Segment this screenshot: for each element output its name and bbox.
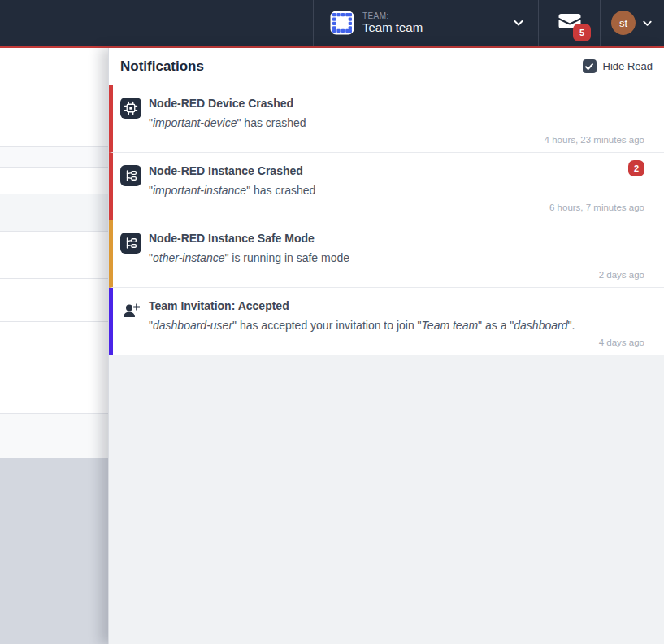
page-row-divider <box>0 167 108 168</box>
navbar-spacer <box>0 0 314 46</box>
notifications-panel-header: Notifications Hide Read <box>109 48 664 85</box>
node-red-icon <box>120 165 141 186</box>
top-navbar: TEAM: Team team 5 st <box>0 0 664 46</box>
notification-body-text: " as a " <box>478 319 514 332</box>
notification-body-emphasis: other-instance <box>153 251 224 264</box>
notification-body: "dashboard-user" has accepted your invit… <box>149 319 644 332</box>
notification-body-text: " has crashed <box>237 116 306 129</box>
notification-body-emphasis: Team team <box>422 319 479 332</box>
notification-row[interactable]: Node-RED Instance Crashed "important-ins… <box>109 153 664 220</box>
notification-body-text: " is running in safe mode <box>224 251 349 264</box>
notification-row[interactable]: Node-RED Instance Safe Mode "other-insta… <box>109 220 664 288</box>
page-row-highlight <box>0 147 108 167</box>
notifications-list: Node-RED Device Crashed "important-devic… <box>109 85 664 355</box>
notification-title: Team Invitation: Accepted <box>149 299 644 313</box>
notification-body-emphasis: dashboard-user <box>153 319 232 332</box>
notification-icon-slot <box>120 300 141 321</box>
notification-body-emphasis: dashboard <box>514 319 567 332</box>
notification-body-text: " has crashed <box>246 184 315 197</box>
notification-body-emphasis: important-instance <box>153 184 246 197</box>
page-row-divider <box>0 321 108 322</box>
notification-icon-slot <box>120 233 141 254</box>
notification-timestamp: 4 days ago <box>599 337 644 347</box>
panel-title: Notifications <box>120 59 204 75</box>
notification-body: "important-instance" has crashed <box>149 184 644 197</box>
notification-timestamp: 4 hours, 23 minutes ago <box>545 135 644 145</box>
device-chip-icon <box>120 98 141 119</box>
page-row-divider <box>0 231 108 232</box>
notification-content: Node-RED Instance Safe Mode "other-insta… <box>149 232 644 287</box>
user-menu[interactable]: st <box>601 0 664 46</box>
team-label: TEAM: <box>362 11 423 21</box>
team-selector-text: TEAM: Team team <box>362 11 423 35</box>
chevron-down-icon <box>641 17 653 29</box>
node-red-icon <box>120 233 141 254</box>
mail-unread-badge: 5 <box>573 24 591 41</box>
notification-title: Node-RED Device Crashed <box>149 97 644 111</box>
content-area: Notifications Hide Read Node-RED Device … <box>0 48 664 644</box>
notifications-panel: Notifications Hide Read Node-RED Device … <box>108 48 664 644</box>
notification-body: "important-device" has crashed <box>149 116 644 129</box>
notification-content: Team Invitation: Accepted "dashboard-use… <box>149 299 644 355</box>
notification-row[interactable]: Node-RED Device Crashed "important-devic… <box>109 85 664 153</box>
notification-row[interactable]: Team Invitation: Accepted "dashboard-use… <box>109 288 664 355</box>
team-name: Team team <box>362 20 423 34</box>
notification-timestamp: 2 days ago <box>599 270 644 280</box>
team-selector[interactable]: TEAM: Team team <box>314 0 539 46</box>
page-row-highlight <box>0 194 108 231</box>
notification-title: Node-RED Instance Crashed <box>149 164 644 178</box>
notification-body-text: " has accepted your invitation to join " <box>232 319 422 332</box>
user-avatar: st <box>611 11 636 35</box>
hide-read-label: Hide Read <box>603 60 653 72</box>
notification-icon-slot <box>120 98 141 119</box>
chevron-down-icon <box>512 16 525 29</box>
user-add-icon <box>120 300 141 321</box>
hide-read-checkbox[interactable] <box>583 59 597 73</box>
page-row-divider <box>0 368 108 368</box>
page-footer-block <box>0 458 108 644</box>
notifications-mail-button[interactable]: 5 <box>539 0 601 46</box>
hide-read-toggle[interactable]: Hide Read <box>583 59 653 73</box>
page-row-highlight <box>0 414 108 458</box>
notification-icon-slot <box>120 165 141 186</box>
notification-title: Node-RED Instance Safe Mode <box>149 232 644 246</box>
notification-count-badge: 2 <box>628 160 644 176</box>
page-row-divider <box>0 278 108 279</box>
notification-timestamp: 6 hours, 7 minutes ago <box>549 202 644 212</box>
background-page <box>0 48 108 644</box>
team-avatar-identicon <box>330 11 354 35</box>
notification-body-emphasis: important-device <box>153 116 237 129</box>
notification-body: "other-instance" is running in safe mode <box>149 251 644 264</box>
notification-body-text: ". <box>567 319 575 332</box>
